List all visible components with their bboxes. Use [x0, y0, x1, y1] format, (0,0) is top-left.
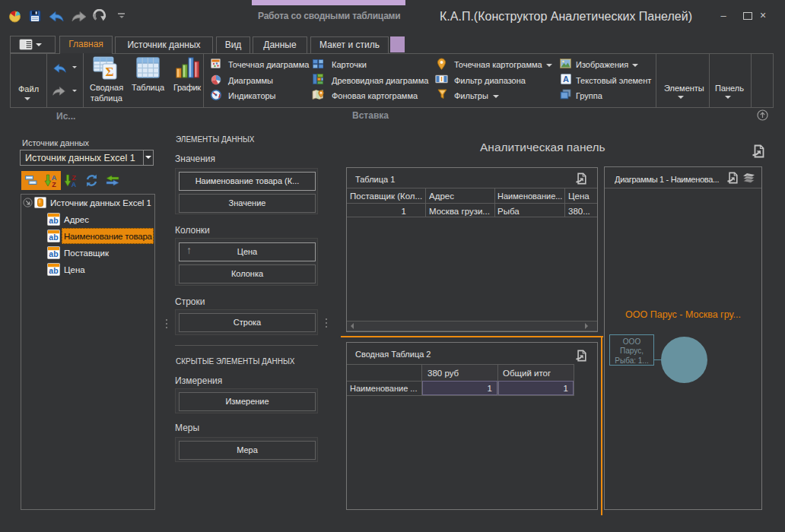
svg-text:ab: ab: [49, 216, 58, 225]
svg-text:A: A: [563, 74, 569, 84]
svg-text:A: A: [72, 181, 77, 188]
svg-text:Σ: Σ: [105, 65, 113, 79]
svg-text:ab: ab: [49, 249, 58, 258]
svg-text:ab: ab: [49, 266, 58, 275]
svg-text:ab: ab: [49, 233, 58, 242]
svg-text:Z: Z: [52, 181, 56, 188]
